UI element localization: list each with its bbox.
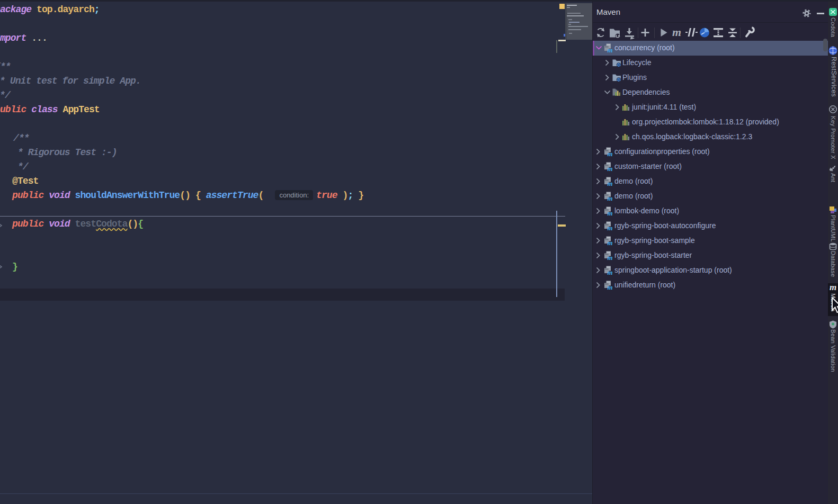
svg-text:m: m bbox=[672, 25, 681, 39]
